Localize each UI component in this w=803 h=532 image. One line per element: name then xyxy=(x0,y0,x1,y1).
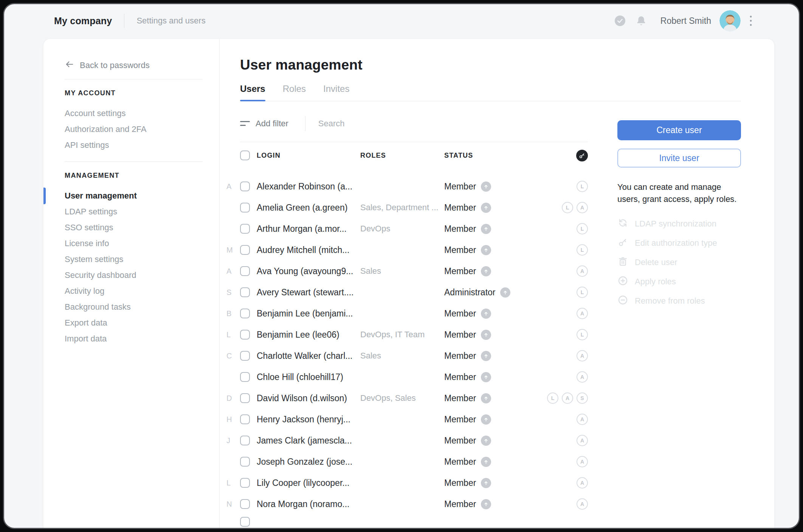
avatar[interactable] xyxy=(719,10,741,31)
row-checkbox[interactable] xyxy=(240,181,250,191)
column-status: STATUS xyxy=(444,152,535,160)
auth-badges: LA xyxy=(535,202,588,213)
bulk-action-item[interactable]: Remove from roles xyxy=(617,295,741,307)
row-checkbox[interactable] xyxy=(240,436,250,445)
user-name[interactable]: Robert Smith xyxy=(660,16,711,26)
topbar-section-label: Settings and users xyxy=(136,16,205,26)
sidebar-item-sso-settings[interactable]: SSO settings xyxy=(65,220,203,236)
auth-badge-a: A xyxy=(577,477,588,489)
user-status: Member xyxy=(444,266,535,276)
content-body: Add filter LOGIN ROLES STATUS xyxy=(240,101,741,529)
table-row[interactable]: B Benjamin Lee (benjami... Member A xyxy=(226,303,588,324)
sidebar-item-security-dashboard[interactable]: Security dashboard xyxy=(65,267,203,283)
table-row[interactable]: Joseph Gonzalez (jose... Member A xyxy=(226,451,588,472)
user-login: Arthur Morgan (a.mor... xyxy=(250,224,360,234)
upgrade-arrow-icon xyxy=(481,351,491,361)
user-login: Alexander Robinson (a... xyxy=(250,181,360,192)
table-row[interactable]: S Avery Stewart (stewart.... Administrat… xyxy=(226,282,588,303)
user-rows: A Alexander Robinson (a... Member L Amel… xyxy=(226,176,588,515)
sidebar-item-license-info[interactable]: License info xyxy=(65,236,203,251)
row-checkbox[interactable] xyxy=(240,203,250,212)
sidebar-item-system-settings[interactable]: System settings xyxy=(65,251,203,267)
kebab-menu-icon[interactable] xyxy=(748,14,753,28)
row-checkbox[interactable] xyxy=(240,330,250,340)
row-checkbox[interactable] xyxy=(240,224,250,234)
sidebar-section-items: Account settingsAuthorization and 2FAAPI… xyxy=(65,105,203,153)
sidebar-item-export-data[interactable]: Export data xyxy=(65,315,203,331)
row-checkbox[interactable] xyxy=(240,309,250,318)
user-status: Member xyxy=(444,224,535,234)
bulk-action-label: Remove from roles xyxy=(635,296,705,306)
table-row[interactable]: D David Wilson (d.wilson) DevOps, Sales … xyxy=(226,388,588,409)
table-row[interactable]: N Nora Morgan (noramo... Member A xyxy=(226,493,588,515)
row-checkbox[interactable] xyxy=(240,287,250,297)
table-row[interactable]: M Audrey Mitchell (mitch... Member L xyxy=(226,239,588,261)
sidebar-item-activity-log[interactable]: Activity log xyxy=(65,283,203,299)
bulk-action-item[interactable]: Delete user xyxy=(617,257,741,268)
bulk-action-item[interactable]: Edit authorization type xyxy=(617,237,741,249)
bulk-action-item[interactable]: LDAP synchronization xyxy=(617,218,741,230)
back-arrow-icon xyxy=(65,59,74,71)
sidebar-item-background-tasks[interactable]: Background tasks xyxy=(65,299,203,315)
table-row[interactable]: L Lily Cooper (lilycooper... Member A xyxy=(226,472,588,493)
row-checkbox[interactable] xyxy=(240,351,250,361)
row-checkbox[interactable] xyxy=(240,414,250,424)
auth-badges: A xyxy=(535,477,588,489)
table-row[interactable]: H Henry Jackson (henryj... Member A xyxy=(226,409,588,430)
create-user-button[interactable]: Create user xyxy=(617,120,741,140)
table-row[interactable]: Arthur Morgan (a.mor... DevOps Member L xyxy=(226,218,588,239)
group-letter: L xyxy=(226,330,240,339)
plus-circle-icon xyxy=(617,275,628,288)
user-status: Member xyxy=(444,499,535,509)
row-checkbox[interactable] xyxy=(240,245,250,255)
sidebar-item-user-management[interactable]: User management xyxy=(65,188,203,204)
table-row-partial xyxy=(226,515,588,529)
upgrade-arrow-icon xyxy=(500,287,510,298)
row-checkbox[interactable] xyxy=(240,457,250,467)
key-icon[interactable] xyxy=(576,150,588,161)
auth-badge-l: L xyxy=(577,329,588,340)
auth-badge-a: A xyxy=(577,350,588,361)
sidebar-item-api-settings[interactable]: API settings xyxy=(65,137,203,153)
auth-badges: L xyxy=(535,287,588,298)
sidebar-item-ldap-settings[interactable]: LDAP settings xyxy=(65,204,203,220)
table-row[interactable]: Chloe Hill (chloehill17) Member A xyxy=(226,366,588,388)
bulk-actions: LDAP synchronization Edit authorization … xyxy=(617,218,741,315)
minus-circle-icon xyxy=(617,295,628,308)
row-checkbox[interactable] xyxy=(240,372,250,382)
bulk-action-label: Delete user xyxy=(635,257,677,267)
auth-badges: A xyxy=(535,350,588,361)
row-checkbox[interactable] xyxy=(240,266,250,276)
back-to-passwords-link[interactable]: Back to passwords xyxy=(65,60,203,71)
sidebar-item-authorization-and-2fa[interactable]: Authorization and 2FA xyxy=(65,121,203,137)
table-row[interactable]: A Ava Young (avayoung9... Sales Member A xyxy=(226,261,588,282)
table-row[interactable]: Amelia Green (a.green) Sales, Department… xyxy=(226,197,588,218)
check-circle-icon[interactable] xyxy=(614,15,626,26)
table-row[interactable]: A Alexander Robinson (a... Member L xyxy=(226,176,588,197)
invite-user-button[interactable]: Invite user xyxy=(617,149,741,168)
auth-badges: A xyxy=(535,371,588,383)
table-row[interactable]: L Benjamin Lee (lee06) DevOps, IT Team M… xyxy=(226,324,588,345)
select-all-checkbox[interactable] xyxy=(240,150,250,160)
row-checkbox[interactable] xyxy=(240,478,250,488)
sidebar-item-import-data[interactable]: Import data xyxy=(65,331,203,347)
tab-invites[interactable]: Invites xyxy=(323,84,349,101)
bulk-action-item[interactable]: Apply roles xyxy=(617,276,741,287)
search-input[interactable] xyxy=(318,118,478,129)
add-filter-button[interactable]: Add filter xyxy=(256,119,288,129)
filter-icon xyxy=(240,121,250,126)
company-name: My company xyxy=(54,16,112,26)
row-checkbox[interactable] xyxy=(240,499,250,509)
bell-icon[interactable] xyxy=(636,15,647,26)
row-checkbox[interactable] xyxy=(240,393,250,403)
tab-users[interactable]: Users xyxy=(240,84,265,101)
auth-badge-l: L xyxy=(547,392,558,404)
table-row[interactable]: C Charlotte Walker (charl... Sales Membe… xyxy=(226,345,588,366)
sidebar-item-account-settings[interactable]: Account settings xyxy=(65,105,203,121)
tab-roles[interactable]: Roles xyxy=(283,84,306,101)
table-row[interactable]: J James Clark (jamescla... Member A xyxy=(226,430,588,451)
row-checkbox[interactable] xyxy=(240,517,250,527)
auth-badges: A xyxy=(535,456,588,467)
user-status: Member xyxy=(444,478,535,488)
auth-badges: L xyxy=(535,223,588,234)
